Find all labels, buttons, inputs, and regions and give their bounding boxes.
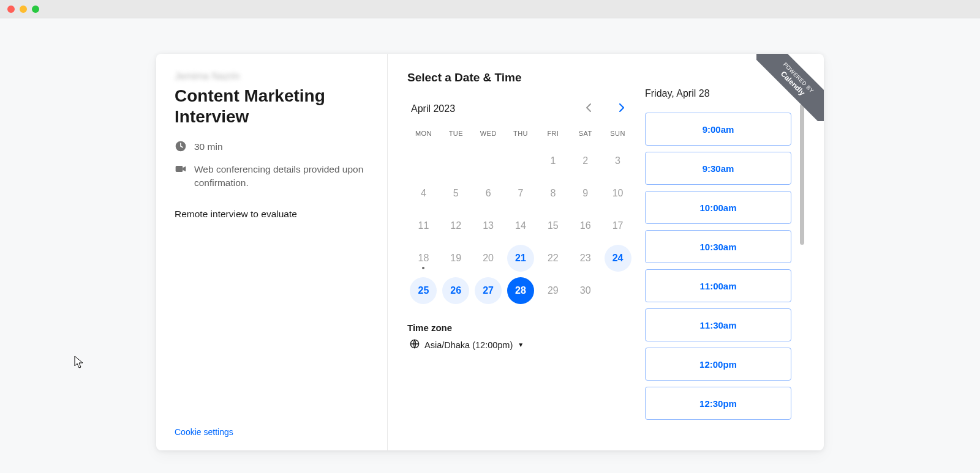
day-cell: 19 [440, 242, 472, 274]
host-name: Jemima Nazrin [175, 71, 369, 82]
day-cell: 23 [569, 242, 601, 274]
day-button-disabled: 22 [540, 245, 567, 272]
dow-label: MON [407, 126, 440, 144]
day-button-disabled: 29 [540, 277, 567, 304]
time-slot-button[interactable]: 9:30am [645, 152, 791, 185]
dow-label: THU [505, 126, 537, 144]
brand-label: Calendly [756, 54, 824, 121]
booking-card: POWERED BY Calendly Jemima Nazrin Conten… [156, 54, 824, 450]
calendar-column: Select a Date & Time April 2023 [407, 71, 634, 450]
day-button-disabled: 9 [572, 180, 599, 207]
day-button-selected[interactable]: 28 [507, 277, 534, 304]
day-button-available[interactable]: 25 [410, 277, 437, 304]
timezone-heading: Time zone [407, 322, 634, 333]
day-cell: 9 [569, 177, 601, 209]
time-slot-button[interactable]: 11:00am [645, 269, 791, 302]
day-cell: 26 [440, 274, 472, 307]
day-cell-blank [505, 144, 537, 177]
video-icon [175, 163, 187, 175]
event-description: Remote interview to evaluate [175, 209, 369, 220]
day-button-disabled: 23 [572, 245, 599, 272]
day-button-disabled: 2 [572, 147, 599, 174]
timezone-select[interactable]: Asia/Dhaka (12:00pm) ▼ [407, 338, 526, 352]
day-button-disabled: 11 [410, 212, 437, 239]
caret-down-icon: ▼ [518, 341, 524, 348]
chevron-left-icon [586, 103, 592, 116]
day-cell-blank [407, 144, 440, 177]
day-button-disabled: 18 [410, 245, 437, 272]
day-button-disabled: 17 [605, 212, 631, 239]
time-slot-button[interactable]: 12:30pm [645, 387, 791, 420]
powered-by-badge[interactable]: POWERED BY Calendly [756, 54, 824, 121]
chevron-right-icon [619, 103, 625, 116]
day-cell: 1 [537, 144, 569, 177]
prev-month-button[interactable] [580, 100, 597, 117]
location-text: Web conferencing details provided upon c… [194, 163, 369, 190]
day-cell: 7 [505, 177, 537, 209]
day-button-disabled: 1 [540, 147, 567, 174]
day-button-disabled: 30 [572, 277, 599, 304]
day-button-available[interactable]: 21 [507, 245, 534, 272]
day-cell: 25 [407, 274, 440, 307]
day-button-available[interactable]: 26 [442, 277, 469, 304]
day-cell: 14 [505, 209, 537, 242]
day-cell: 21 [505, 242, 537, 274]
window-zoom-icon[interactable] [32, 6, 39, 13]
day-cell: 13 [472, 209, 505, 242]
dow-label: FRI [537, 126, 569, 144]
time-slot-button[interactable]: 11:30am [645, 308, 791, 341]
time-slot-button[interactable]: 12:00pm [645, 348, 791, 381]
day-cell: 29 [537, 274, 569, 307]
day-button-disabled: 15 [540, 212, 567, 239]
day-cell: 28 [505, 274, 537, 307]
browser-chrome [0, 0, 980, 18]
window-minimize-icon[interactable] [20, 6, 27, 13]
event-title: Content Marketing Interview [175, 86, 369, 127]
day-cell: 17 [601, 209, 634, 242]
calendar-grid: MONTUEWEDTHUFRISATSUN1234567891011121314… [407, 126, 634, 307]
location-row: Web conferencing details provided upon c… [175, 163, 369, 190]
day-cell: 3 [601, 144, 634, 177]
times-list: 9:00am9:30am10:00am10:30am11:00am11:30am… [645, 113, 791, 420]
event-details-pane: Jemima Nazrin Content Marketing Intervie… [156, 54, 388, 450]
dow-label: SAT [569, 126, 601, 144]
time-slot-button[interactable]: 10:30am [645, 230, 791, 263]
day-button-available[interactable]: 27 [475, 277, 502, 304]
day-button-disabled: 16 [572, 212, 599, 239]
picker-title: Select a Date & Time [407, 71, 634, 84]
day-cell: 18 [407, 242, 440, 274]
globe-icon [410, 339, 420, 351]
day-button-disabled: 20 [475, 245, 502, 272]
day-button-disabled: 6 [475, 180, 502, 207]
day-cell: 16 [569, 209, 601, 242]
day-cell: 12 [440, 209, 472, 242]
day-button-disabled: 3 [605, 147, 631, 174]
mouse-cursor-icon [74, 356, 84, 369]
day-cell: 30 [569, 274, 601, 307]
window-close-icon[interactable] [7, 6, 15, 13]
day-cell: 15 [537, 209, 569, 242]
day-cell: 27 [472, 274, 505, 307]
day-button-disabled: 7 [507, 180, 534, 207]
scrollbar-thumb[interactable] [800, 104, 804, 245]
day-button-disabled: 10 [605, 180, 631, 207]
dow-label: SUN [601, 126, 634, 144]
month-header: April 2023 [407, 100, 634, 117]
dow-label: WED [472, 126, 505, 144]
duration-row: 30 min [175, 140, 369, 154]
day-button-available[interactable]: 24 [605, 245, 631, 272]
time-slot-button[interactable]: 10:00am [645, 191, 791, 224]
day-cell: 2 [569, 144, 601, 177]
day-cell-blank [472, 144, 505, 177]
duration-text: 30 min [194, 140, 223, 154]
scrollbar-track[interactable] [800, 104, 804, 257]
day-cell: 5 [440, 177, 472, 209]
svg-rect-1 [176, 166, 183, 172]
day-cell: 8 [537, 177, 569, 209]
page-stage: POWERED BY Calendly Jemima Nazrin Conten… [0, 18, 980, 473]
day-button-disabled: 5 [442, 180, 469, 207]
day-button-disabled: 14 [507, 212, 534, 239]
cookie-settings-link[interactable]: Cookie settings [175, 427, 233, 437]
next-month-button[interactable] [613, 100, 630, 117]
day-cell-blank [440, 144, 472, 177]
